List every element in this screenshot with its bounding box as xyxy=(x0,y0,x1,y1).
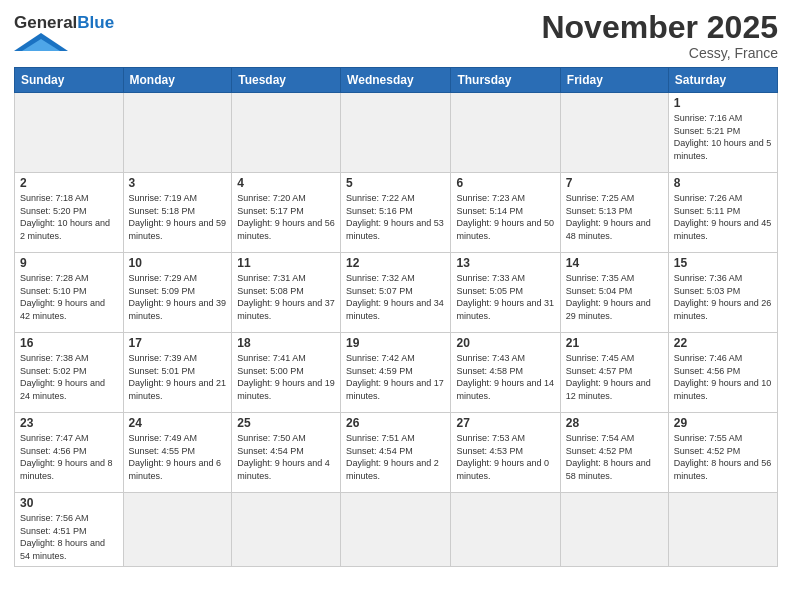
header-saturday: Saturday xyxy=(668,68,777,93)
table-row: 30 Sunrise: 7:56 AMSunset: 4:51 PMDaylig… xyxy=(15,493,778,566)
header-sunday: Sunday xyxy=(15,68,124,93)
logo-blue: Blue xyxy=(77,13,114,32)
day-23: 23 Sunrise: 7:47 AMSunset: 4:56 PMDaylig… xyxy=(15,413,124,493)
day-9: 9 Sunrise: 7:28 AMSunset: 5:10 PMDayligh… xyxy=(15,253,124,333)
header-monday: Monday xyxy=(123,68,232,93)
empty-cell xyxy=(560,493,668,566)
empty-cell xyxy=(15,93,124,173)
day-20: 20 Sunrise: 7:43 AMSunset: 4:58 PMDaylig… xyxy=(451,333,560,413)
header: GeneralBlue November 2025 Cessy, France xyxy=(14,10,778,61)
table-row: 2 Sunrise: 7:18 AMSunset: 5:20 PMDayligh… xyxy=(15,173,778,253)
day-13: 13 Sunrise: 7:33 AMSunset: 5:05 PMDaylig… xyxy=(451,253,560,333)
day-26: 26 Sunrise: 7:51 AMSunset: 4:54 PMDaylig… xyxy=(341,413,451,493)
day-12: 12 Sunrise: 7:32 AMSunset: 5:07 PMDaylig… xyxy=(341,253,451,333)
title-block: November 2025 Cessy, France xyxy=(541,10,778,61)
header-tuesday: Tuesday xyxy=(232,68,341,93)
day-4: 4 Sunrise: 7:20 AMSunset: 5:17 PMDayligh… xyxy=(232,173,341,253)
day-7: 7 Sunrise: 7:25 AMSunset: 5:13 PMDayligh… xyxy=(560,173,668,253)
day-6: 6 Sunrise: 7:23 AMSunset: 5:14 PMDayligh… xyxy=(451,173,560,253)
empty-cell xyxy=(451,493,560,566)
day-5: 5 Sunrise: 7:22 AMSunset: 5:16 PMDayligh… xyxy=(341,173,451,253)
empty-cell xyxy=(451,93,560,173)
day-16: 16 Sunrise: 7:38 AMSunset: 5:02 PMDaylig… xyxy=(15,333,124,413)
day-11: 11 Sunrise: 7:31 AMSunset: 5:08 PMDaylig… xyxy=(232,253,341,333)
table-row: 1 Sunrise: 7:16 AM Sunset: 5:21 PM Dayli… xyxy=(15,93,778,173)
day-2: 2 Sunrise: 7:18 AMSunset: 5:20 PMDayligh… xyxy=(15,173,124,253)
header-thursday: Thursday xyxy=(451,68,560,93)
day-30: 30 Sunrise: 7:56 AMSunset: 4:51 PMDaylig… xyxy=(15,493,124,566)
day-1: 1 Sunrise: 7:16 AM Sunset: 5:21 PM Dayli… xyxy=(668,93,777,173)
empty-cell xyxy=(123,493,232,566)
header-friday: Friday xyxy=(560,68,668,93)
empty-cell xyxy=(560,93,668,173)
weekday-header-row: Sunday Monday Tuesday Wednesday Thursday… xyxy=(15,68,778,93)
day-28: 28 Sunrise: 7:54 AMSunset: 4:52 PMDaylig… xyxy=(560,413,668,493)
table-row: 9 Sunrise: 7:28 AMSunset: 5:10 PMDayligh… xyxy=(15,253,778,333)
day-3: 3 Sunrise: 7:19 AMSunset: 5:18 PMDayligh… xyxy=(123,173,232,253)
day-14: 14 Sunrise: 7:35 AMSunset: 5:04 PMDaylig… xyxy=(560,253,668,333)
day-29: 29 Sunrise: 7:55 AMSunset: 4:52 PMDaylig… xyxy=(668,413,777,493)
empty-cell xyxy=(341,493,451,566)
day-17: 17 Sunrise: 7:39 AMSunset: 5:01 PMDaylig… xyxy=(123,333,232,413)
month-title: November 2025 xyxy=(541,10,778,45)
empty-cell xyxy=(232,493,341,566)
header-wednesday: Wednesday xyxy=(341,68,451,93)
location: Cessy, France xyxy=(541,45,778,61)
day-10: 10 Sunrise: 7:29 AMSunset: 5:09 PMDaylig… xyxy=(123,253,232,333)
day-22: 22 Sunrise: 7:46 AMSunset: 4:56 PMDaylig… xyxy=(668,333,777,413)
table-row: 16 Sunrise: 7:38 AMSunset: 5:02 PMDaylig… xyxy=(15,333,778,413)
day-15: 15 Sunrise: 7:36 AMSunset: 5:03 PMDaylig… xyxy=(668,253,777,333)
day-25: 25 Sunrise: 7:50 AMSunset: 4:54 PMDaylig… xyxy=(232,413,341,493)
calendar-table: Sunday Monday Tuesday Wednesday Thursday… xyxy=(14,67,778,566)
empty-cell xyxy=(341,93,451,173)
logo: GeneralBlue xyxy=(14,14,114,55)
logo-general: General xyxy=(14,13,77,32)
logo-icon xyxy=(14,33,68,51)
day-19: 19 Sunrise: 7:42 AMSunset: 4:59 PMDaylig… xyxy=(341,333,451,413)
empty-cell xyxy=(668,493,777,566)
day-21: 21 Sunrise: 7:45 AMSunset: 4:57 PMDaylig… xyxy=(560,333,668,413)
empty-cell xyxy=(123,93,232,173)
day-18: 18 Sunrise: 7:41 AMSunset: 5:00 PMDaylig… xyxy=(232,333,341,413)
day-27: 27 Sunrise: 7:53 AMSunset: 4:53 PMDaylig… xyxy=(451,413,560,493)
page: GeneralBlue November 2025 Cessy, France … xyxy=(0,0,792,612)
empty-cell xyxy=(232,93,341,173)
table-row: 23 Sunrise: 7:47 AMSunset: 4:56 PMDaylig… xyxy=(15,413,778,493)
day-8: 8 Sunrise: 7:26 AMSunset: 5:11 PMDayligh… xyxy=(668,173,777,253)
day-24: 24 Sunrise: 7:49 AMSunset: 4:55 PMDaylig… xyxy=(123,413,232,493)
